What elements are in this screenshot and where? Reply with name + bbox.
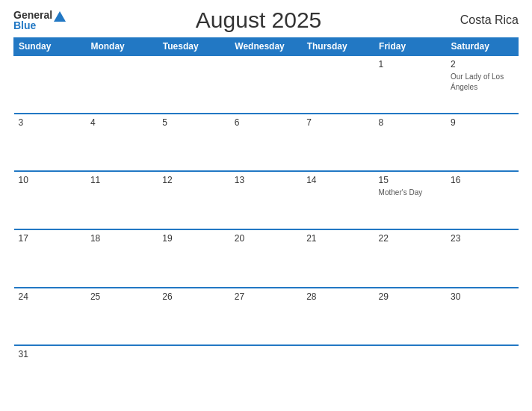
header-wednesday: Wednesday (230, 38, 302, 56)
calendar-cell: 9 (446, 114, 518, 172)
calendar-cell (446, 345, 518, 404)
calendar-cell: 24 (14, 288, 86, 346)
logo: General Blue (13, 10, 66, 31)
calendar-cell: 29 (374, 288, 446, 346)
calendar-cell: 26 (158, 288, 229, 346)
day-number: 16 (451, 175, 513, 185)
calendar-cell (14, 55, 86, 114)
header-sunday: Sunday (14, 38, 86, 56)
calendar-cell: 12 (158, 171, 229, 229)
event-label: Our Lady of Los Ángeles (451, 72, 504, 91)
calendar-cell (230, 345, 302, 404)
calendar-cell (302, 55, 374, 114)
calendar-cell: 23 (446, 229, 518, 288)
calendar-cell: 20 (230, 229, 302, 288)
day-number: 2 (451, 59, 513, 69)
day-number: 9 (451, 117, 513, 128)
day-number: 4 (90, 117, 153, 128)
header-tuesday: Tuesday (158, 38, 229, 56)
calendar-cell: 8 (374, 114, 446, 172)
calendar-cell (230, 55, 302, 114)
day-number: 24 (19, 291, 81, 302)
calendar-cell: 28 (302, 288, 374, 346)
day-number: 7 (306, 117, 369, 128)
day-number: 23 (451, 233, 513, 244)
calendar-row-5: 31 (14, 345, 519, 404)
day-number: 11 (90, 175, 153, 185)
calendar-row-4: 24252627282930 (14, 288, 519, 346)
calendar-cell: 22 (374, 229, 446, 288)
calendar-cell (158, 345, 229, 404)
header-monday: Monday (86, 38, 158, 56)
calendar-cell: 6 (230, 114, 302, 172)
day-number: 18 (90, 233, 153, 244)
calendar-cell (374, 345, 446, 404)
day-number: 6 (235, 117, 297, 128)
day-number: 27 (235, 291, 297, 302)
day-number: 1 (379, 59, 442, 69)
logo-triangle-icon (54, 11, 66, 22)
calendar-cell (302, 345, 374, 404)
calendar-cell: 19 (158, 229, 229, 288)
day-number: 22 (379, 233, 442, 244)
calendar-cell (86, 345, 158, 404)
day-number: 17 (19, 233, 81, 244)
day-number: 5 (162, 117, 225, 128)
calendar-cell: 5 (158, 114, 229, 172)
calendar-cell: 14 (302, 171, 374, 229)
calendar-cell: 27 (230, 288, 302, 346)
calendar-cell: 18 (86, 229, 158, 288)
weekday-header-row: Sunday Monday Tuesday Wednesday Thursday… (14, 38, 519, 56)
calendar-cell: 31 (14, 345, 86, 404)
calendar-row-1: 3456789 (14, 114, 519, 172)
calendar-row-2: 101112131415Mother's Day16 (14, 171, 519, 229)
calendar-cell: 2Our Lady of Los Ángeles (446, 55, 518, 114)
calendar-cell: 30 (446, 288, 518, 346)
day-number: 12 (162, 175, 225, 185)
header-saturday: Saturday (446, 38, 518, 56)
calendar-cell: 4 (86, 114, 158, 172)
calendar-table: Sunday Monday Tuesday Wednesday Thursday… (13, 37, 519, 404)
calendar-cell: 15Mother's Day (374, 171, 446, 229)
calendar-cell: 21 (302, 229, 374, 288)
day-number: 15 (379, 175, 442, 185)
day-number: 31 (19, 349, 81, 359)
calendar-cell: 17 (14, 229, 86, 288)
day-number: 28 (306, 291, 369, 302)
header-thursday: Thursday (302, 38, 374, 56)
day-number: 30 (451, 291, 513, 302)
day-number: 21 (306, 233, 369, 244)
calendar-cell: 13 (230, 171, 302, 229)
country-label: Costa Rica (451, 13, 519, 27)
day-number: 8 (379, 117, 442, 128)
day-number: 14 (306, 175, 369, 185)
day-number: 19 (162, 233, 225, 244)
calendar-cell: 3 (14, 114, 86, 172)
logo-blue-text: Blue (13, 20, 52, 31)
calendar-cell: 16 (446, 171, 518, 229)
header-friday: Friday (374, 38, 446, 56)
day-number: 3 (19, 117, 81, 128)
calendar-title: August 2025 (66, 7, 451, 33)
day-number: 13 (235, 175, 297, 185)
calendar-row-3: 17181920212223 (14, 229, 519, 288)
day-number: 10 (19, 175, 81, 185)
calendar-cell: 7 (302, 114, 374, 172)
logo-general-text: General (13, 10, 52, 20)
calendar-header: General Blue August 2025 Costa Rica (13, 7, 519, 33)
calendar-cell: 1 (374, 55, 446, 114)
event-label: Mother's Day (379, 188, 423, 197)
day-number: 25 (90, 291, 153, 302)
calendar-cell: 10 (14, 171, 86, 229)
day-number: 29 (379, 291, 442, 302)
calendar-cell (86, 55, 158, 114)
calendar-cell: 11 (86, 171, 158, 229)
day-number: 26 (162, 291, 225, 302)
calendar-page: General Blue August 2025 Costa Rica Sund… (0, 0, 532, 411)
day-number: 20 (235, 233, 297, 244)
calendar-cell (158, 55, 229, 114)
calendar-row-0: 12Our Lady of Los Ángeles (14, 55, 519, 114)
calendar-cell: 25 (86, 288, 158, 346)
